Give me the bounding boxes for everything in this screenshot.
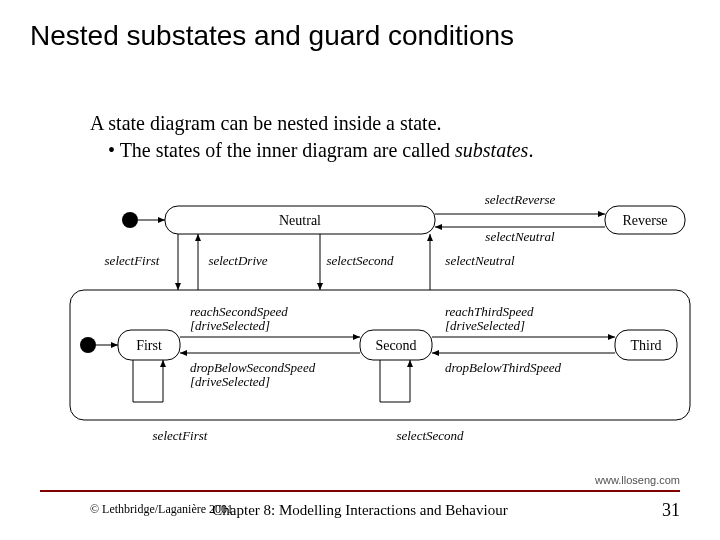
bullet-text-c: . <box>528 139 533 161</box>
initial-node-inner <box>80 337 96 353</box>
state-second-label: Second <box>375 338 416 353</box>
trans-reach-second-l2: [driveSelected] <box>190 318 270 333</box>
body-bullet-1: • The states of the inner diagram are ca… <box>108 137 533 164</box>
trans-reach-second-l1: reachSecondSpeed <box>190 304 288 319</box>
footer-chapter: Chapter 8: Modelling Interactions and Be… <box>0 502 720 519</box>
loop-first <box>133 360 163 402</box>
slide-title: Nested substates and guard conditions <box>30 20 514 52</box>
state-reverse-label: Reverse <box>622 213 667 228</box>
trans-select-second-label: selectSecond <box>326 253 394 268</box>
loop-second-label: selectSecond <box>396 428 464 443</box>
loop-second <box>380 360 410 402</box>
trans-drop-second-l2: [driveSelected] <box>190 374 270 389</box>
loop-first-label: selectFirst <box>153 428 208 443</box>
bullet-text-a: • The states of the inner diagram are ca… <box>108 139 455 161</box>
state-neutral-label: Neutral <box>279 213 321 228</box>
bullet-text-b: substates <box>455 139 528 161</box>
trans-drop-second-l1: dropBelowSecondSpeed <box>190 360 316 375</box>
trans-select-neutral-label: selectNeutral <box>445 253 515 268</box>
body-line-1: A state diagram can be nested inside a s… <box>90 110 533 137</box>
trans-reach-third-l1: reachThirdSpeed <box>445 304 534 319</box>
footer-page-number: 31 <box>662 500 680 521</box>
trans-select-drive-label: selectDrive <box>208 253 267 268</box>
trans-reach-third-l2: [driveSelected] <box>445 318 525 333</box>
state-first-label: First <box>136 338 162 353</box>
footer-divider <box>40 490 680 492</box>
trans-select-first-label: selectFirst <box>105 253 160 268</box>
state-third-label: Third <box>630 338 661 353</box>
footer-url: www.lloseng.com <box>595 474 680 486</box>
state-diagram: Neutral Reverse selectReverse selectNeut… <box>60 180 700 450</box>
trans-select-neutral-rev-label: selectNeutral <box>485 229 555 244</box>
trans-drop-third-l1: dropBelowThirdSpeed <box>445 360 562 375</box>
initial-node-outer <box>122 212 138 228</box>
trans-select-reverse-label: selectReverse <box>485 192 556 207</box>
body-text: A state diagram can be nested inside a s… <box>90 110 533 164</box>
